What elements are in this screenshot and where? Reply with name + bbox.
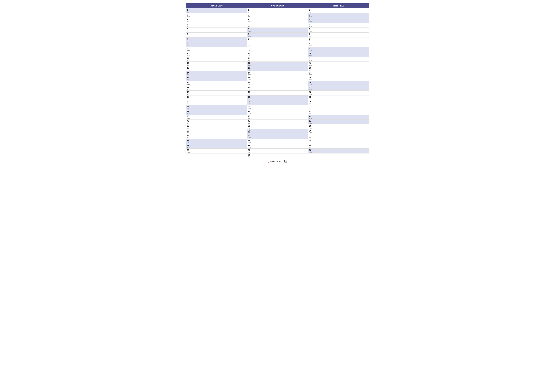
day-number: 2	[187, 14, 190, 16]
day-row: 31ČET	[247, 153, 308, 158]
day-cell: 10ČET	[248, 52, 251, 56]
day-row: 15NED	[186, 76, 247, 81]
day-cell: 6NED	[248, 33, 251, 37]
day-name: NED	[187, 45, 190, 47]
day-name: NED	[248, 103, 251, 105]
day-name: SRI	[309, 36, 313, 37]
day-row: 12ČET	[186, 62, 247, 67]
day-row: 26UTO	[308, 129, 369, 134]
day-name: SRI	[248, 50, 251, 51]
day-number: 30	[187, 149, 190, 151]
day-number: 16	[187, 81, 190, 84]
day-row: 20SRI	[308, 100, 369, 105]
day-row: 3ČET	[247, 18, 308, 23]
day-number: 7	[309, 38, 313, 40]
day-row: 16PON	[186, 81, 247, 86]
day-number: 25	[248, 125, 251, 127]
day-cell: 28ČET	[309, 139, 313, 143]
day-number: 24	[187, 120, 190, 122]
month-col-1: Svibanj 20291UTO2SRI3ČET4PET5SUB6NED7PON…	[247, 3, 308, 158]
day-name: SRI	[187, 60, 190, 61]
day-row: 24NED	[308, 120, 369, 125]
day-row: 23PON	[186, 115, 247, 120]
day-cell: 22PET	[309, 110, 313, 114]
day-cell: 11SRI	[187, 57, 190, 61]
day-number: 14	[248, 71, 251, 74]
day-row: 1PET	[308, 8, 369, 13]
day-cell: 21PON	[248, 106, 251, 110]
day-name: PET	[187, 36, 190, 37]
day-cell: 1UTO	[248, 9, 251, 13]
day-number: 29	[187, 144, 190, 147]
day-cell: 16SUB	[309, 81, 313, 85]
day-name: ČET	[187, 132, 190, 134]
day-row: 21ČET	[308, 105, 369, 110]
day-row: 26ČET	[186, 129, 247, 134]
day-row: 30PON	[186, 149, 247, 153]
day-cell: 26UTO	[309, 130, 313, 134]
day-row: 2SUB	[308, 13, 369, 18]
day-row: 8NED	[186, 42, 247, 47]
day-row: 14ČET	[308, 71, 369, 76]
day-number: 27	[309, 134, 313, 137]
day-name: PON	[248, 108, 251, 109]
day-name: ČET	[248, 55, 251, 56]
day-name: ČET	[248, 21, 251, 22]
day-name: SRI	[187, 26, 190, 27]
day-name: PON	[187, 151, 190, 153]
day-name: PET	[309, 11, 313, 13]
day-number: 2	[309, 14, 313, 16]
day-name: UTO	[187, 55, 190, 56]
day-number: 19	[187, 96, 190, 98]
day-name: UTO	[309, 30, 313, 32]
day-name: ČET	[187, 64, 190, 66]
day-cell: 30SRI	[248, 149, 251, 153]
day-cell: 4SRI	[187, 23, 190, 27]
day-cell: 30PON	[187, 149, 190, 153]
day-row: 10UTO	[186, 52, 247, 57]
month-col-2: Lipanj 20291PET2SUB3NED4PON5UTO6SRI7ČET8…	[308, 3, 369, 158]
day-number: 4	[187, 23, 190, 26]
day-row: 4PON	[308, 23, 369, 28]
day-name: SRI	[309, 103, 313, 105]
day-cell: 13SRI	[309, 67, 313, 71]
day-name: NED	[187, 79, 190, 80]
footer: 7 CALENDAR 31 ČET	[186, 158, 369, 164]
day-number: 30	[248, 149, 251, 151]
day-cell: 24NED	[309, 120, 313, 124]
day-row: 22PET	[308, 110, 369, 115]
day-name: UTO	[248, 45, 251, 47]
day-name: SUB	[309, 84, 313, 85]
day-name: UTO	[309, 64, 313, 66]
day-row: 28SUB	[186, 139, 247, 144]
day-name: PET	[248, 93, 251, 95]
day-number: 7	[248, 38, 251, 40]
day-row: 6SRI	[308, 33, 369, 37]
day-number: 3	[309, 18, 313, 21]
day-name: NED	[187, 113, 190, 114]
day-row: 13SRI	[308, 66, 369, 71]
day-row: 17ČET	[247, 86, 308, 91]
day-name: PON	[309, 26, 313, 27]
day-name: UTO	[187, 122, 190, 124]
day-row: 25PET	[247, 124, 308, 129]
day-number: 11	[187, 57, 190, 60]
day-name: ČET	[248, 156, 251, 158]
day-row: 3UTO	[186, 18, 247, 23]
day-cell: 20NED	[248, 100, 251, 105]
day-cell: 14SUB	[187, 71, 190, 76]
day-row: 1UTO	[247, 8, 308, 13]
day-row: 9SRI	[247, 47, 308, 52]
day-cell: 17UTO	[187, 86, 190, 90]
day-name: PON	[309, 127, 313, 129]
day-name: SRI	[309, 137, 313, 138]
day-name: SUB	[309, 16, 313, 18]
day-cell: 25PET	[248, 125, 251, 129]
day-number: 17	[248, 86, 251, 89]
calendar-page: Travanj 20291NED2PON3UTO4SRI5ČET6PET7SUB…	[183, 0, 372, 167]
day-name: NED	[248, 137, 251, 138]
day-cell: 17NED	[309, 86, 313, 90]
day-cell: 15PET	[309, 76, 313, 80]
day-cell: 8NED	[187, 43, 190, 47]
day-row: 19ČET	[186, 95, 247, 100]
